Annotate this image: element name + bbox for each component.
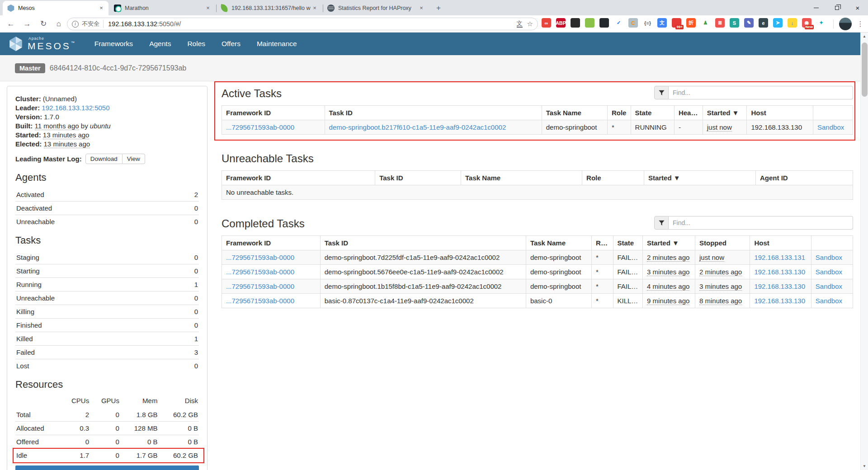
column-header[interactable]: Task ID (375, 171, 461, 185)
scroll-down-icon[interactable]: ▼ (861, 462, 868, 470)
info-icon[interactable]: i (72, 21, 79, 28)
reload-button[interactable]: ↻ (38, 19, 49, 29)
camera-extension-icon[interactable]: ◉New (802, 18, 811, 28)
close-button[interactable]: × (847, 0, 868, 15)
list-extension-icon[interactable]: ≣ (715, 18, 725, 28)
tab-haproxy[interactable]: Statistics Report for HAProxy × (323, 1, 429, 15)
column-header[interactable]: Framework ID (222, 171, 375, 185)
url-text[interactable]: 192.168.133.132:5050/#/ (108, 20, 512, 28)
page-scrollbar[interactable]: ▲ ▼ (860, 33, 868, 470)
address-bar[interactable]: i 不安全 192.168.133.132:5050/#/ 文 ☆ (67, 18, 538, 30)
column-header[interactable]: State (631, 106, 674, 120)
e-extension-icon[interactable]: e (759, 18, 768, 28)
share-extension-icon[interactable]: ➤ (773, 18, 783, 28)
sandbox-link[interactable]: Sandbox (816, 297, 842, 305)
framework_id-link[interactable]: ...7295671593ab-0000 (226, 123, 294, 131)
sandbox-link[interactable]: Sandbox (817, 123, 844, 131)
completed-find-input[interactable] (669, 216, 853, 230)
s-extension-icon[interactable]: S (730, 18, 739, 28)
column-header[interactable]: Task Name (526, 236, 591, 250)
translate-icon[interactable]: 文 (517, 20, 523, 28)
host-link[interactable]: 192.168.133.130 (754, 282, 805, 290)
framework_id-link[interactable]: ...7295671593ab-0000 (226, 282, 294, 290)
column-header[interactable]: Role (607, 106, 631, 120)
scrollbar-thumb[interactable] (862, 42, 868, 97)
nav-item-roles[interactable]: Roles (179, 33, 213, 55)
home-button[interactable]: ⌂ (53, 19, 64, 29)
close-icon[interactable]: × (311, 5, 318, 12)
sandbox-link[interactable]: Sandbox (816, 254, 842, 261)
restore-button[interactable] (826, 0, 847, 15)
column-header[interactable]: Framework ID (222, 236, 321, 250)
infinity-extension-icon[interactable]: ∞ (542, 18, 551, 28)
security-label[interactable]: 不安全 (82, 20, 99, 28)
column-header[interactable]: Task ID (320, 236, 526, 250)
green-sphere-extension-icon[interactable] (585, 18, 594, 28)
back-button[interactable]: ← (5, 19, 16, 29)
column-header[interactable]: Host (750, 236, 811, 250)
download-log-button[interactable]: Download (85, 154, 123, 164)
new-tab-button[interactable]: + (433, 3, 444, 14)
host-link[interactable]: 192.168.133.130 (754, 268, 805, 276)
filter-button[interactable] (654, 216, 669, 230)
framework_id-link[interactable]: ...7295671593ab-0000 (226, 297, 294, 305)
column-header[interactable]: Role (582, 171, 644, 185)
column-header[interactable]: Started ▼ (643, 236, 695, 250)
column-header[interactable]: Framework ID (222, 106, 325, 120)
scroll-up-icon[interactable]: ▲ (861, 33, 868, 40)
column-header[interactable]: Task Name (542, 106, 607, 120)
braces-extension-icon[interactable]: {≡} (643, 18, 652, 28)
profile-avatar[interactable] (839, 18, 852, 30)
leader-link[interactable]: 192.168.133.132:5050 (42, 104, 109, 112)
download-extension-icon[interactable]: ↓ (788, 18, 797, 28)
column-header[interactable]: Agent ID (755, 171, 853, 185)
notes-extension-icon[interactable]: ✎ (744, 18, 754, 28)
column-header[interactable] (811, 236, 853, 250)
nav-item-frameworks[interactable]: Frameworks (86, 33, 141, 55)
view-log-button[interactable]: View (123, 154, 145, 164)
zhe-extension-icon[interactable]: 折 (686, 18, 696, 28)
nav-item-offers[interactable]: Offers (213, 33, 249, 55)
tab-hello[interactable]: 192.168.133.131:31657/hello w × (216, 1, 322, 15)
close-icon[interactable]: × (98, 5, 105, 12)
mesos-brand[interactable]: Apache MESOS™ (8, 36, 75, 52)
filter-button[interactable] (654, 86, 669, 99)
framework_id-link[interactable]: ...7295671593ab-0000 (226, 268, 294, 276)
check-circle-extension-icon[interactable]: ✓ (614, 18, 623, 28)
close-icon[interactable]: × (204, 5, 212, 12)
task_id-link[interactable]: demo-springboot.b217f610-c1a5-11e9-aaf9-… (329, 123, 506, 131)
column-header[interactable]: Task Name (461, 171, 582, 185)
bookmark-star-icon[interactable]: ☆ (527, 20, 533, 28)
sandbox-link[interactable]: Sandbox (816, 268, 842, 276)
column-header[interactable]: State (613, 236, 643, 250)
active-find-input[interactable] (669, 86, 853, 99)
column-header[interactable]: Host (747, 106, 813, 120)
column-header[interactable]: Role (592, 236, 613, 250)
translate-extension-icon[interactable]: 文 (657, 18, 667, 28)
column-header[interactable]: Started ▼ (644, 171, 755, 185)
tab-mesos[interactable]: Mesos × (3, 1, 108, 15)
tab-marathon[interactable]: Marathon × (109, 1, 215, 15)
column-header[interactable] (813, 106, 853, 120)
sandbox-link[interactable]: Sandbox (816, 282, 842, 290)
nav-item-maintenance[interactable]: Maintenance (249, 33, 305, 55)
github-extension-icon[interactable] (599, 18, 609, 28)
close-icon[interactable]: × (418, 5, 425, 12)
nav-item-agents[interactable]: Agents (141, 33, 179, 55)
framework_id-link[interactable]: ...7295671593ab-0000 (226, 254, 294, 261)
comic-extension-icon[interactable]: 99+ (672, 18, 681, 28)
person-extension-icon[interactable]: ♟ (701, 18, 710, 28)
forward-button[interactable]: → (22, 19, 33, 29)
adblock-plus-extension-icon[interactable]: ABP (556, 18, 566, 28)
c-extension-icon[interactable]: C (628, 18, 638, 28)
column-header[interactable]: Stopped (695, 236, 750, 250)
browser-menu-icon[interactable]: ⋮ (856, 19, 864, 29)
column-header[interactable]: Task ID (325, 106, 542, 120)
web-extension-icon[interactable]: ✦ (816, 18, 826, 28)
host-link[interactable]: 192.168.133.130 (754, 297, 805, 305)
host-link[interactable]: 192.168.133.131 (754, 254, 805, 261)
minimize-button[interactable] (806, 0, 826, 15)
column-header[interactable]: Started ▼ (703, 106, 747, 120)
cat-extension-icon[interactable] (571, 18, 580, 28)
column-header[interactable]: Health (674, 106, 703, 120)
